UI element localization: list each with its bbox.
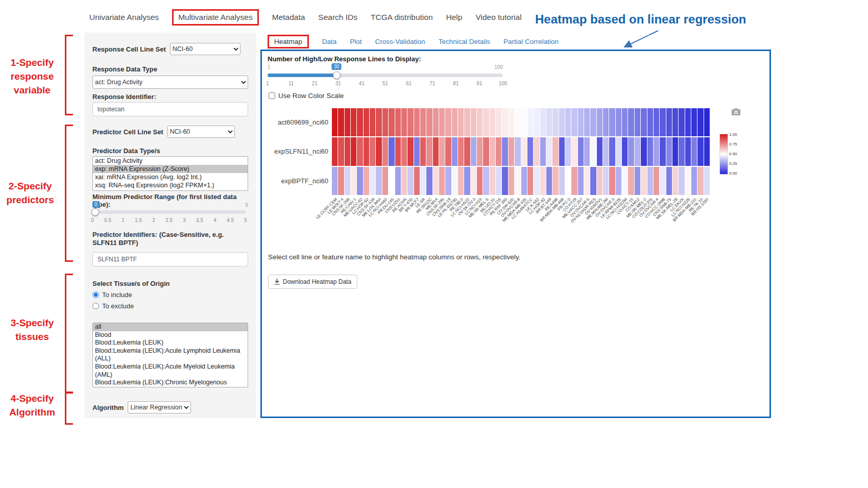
heatmap-cell[interactable] bbox=[578, 167, 584, 195]
nav-item-1[interactable]: Multivariate Analyses bbox=[172, 9, 259, 26]
heatmap-row-label[interactable]: act609699_nci60 bbox=[262, 118, 328, 126]
nav-item-4[interactable]: TCGA distribution bbox=[371, 13, 432, 22]
heatmap-cell[interactable] bbox=[389, 167, 394, 195]
row-color-scale-checkbox[interactable] bbox=[269, 92, 275, 99]
list-option[interactable]: Blood:Leukemia (LEUK):Acute Lymphoid Leu… bbox=[93, 347, 248, 363]
heatmap-cell[interactable] bbox=[559, 108, 565, 136]
heatmap-row-label[interactable]: expSLFN11_nci60 bbox=[262, 148, 328, 155]
list-option[interactable]: Blood:Leukemia (LEUK) bbox=[93, 339, 248, 347]
heatmap-cell[interactable] bbox=[395, 108, 401, 136]
heatmap-cell[interactable] bbox=[622, 108, 628, 136]
lines-slider[interactable]: 1 100 30 bbox=[268, 63, 503, 81]
heatmap-cell[interactable] bbox=[666, 137, 672, 165]
heatmap-cell[interactable] bbox=[477, 108, 483, 136]
heatmap-cell[interactable] bbox=[590, 108, 596, 136]
slider-track[interactable] bbox=[92, 210, 246, 214]
heatmap-cell[interactable] bbox=[628, 137, 634, 165]
slider-handle[interactable] bbox=[91, 208, 99, 216]
heatmap-cell[interactable] bbox=[622, 137, 628, 165]
heatmap-cell[interactable] bbox=[679, 108, 684, 136]
heatmap-cell[interactable] bbox=[546, 137, 552, 165]
heatmap-cell[interactable] bbox=[351, 137, 356, 165]
list-option[interactable]: xai: mRNA Expression (Avg. log2 Int.) bbox=[93, 173, 248, 181]
heatmap-cell[interactable] bbox=[439, 108, 445, 136]
heatmap-row-label[interactable]: expBPTF_nci60 bbox=[262, 177, 328, 185]
heatmap-cell[interactable] bbox=[635, 137, 640, 165]
heatmap-cell[interactable] bbox=[452, 137, 457, 165]
list-option[interactable]: Blood bbox=[93, 331, 248, 339]
heatmap-cell[interactable] bbox=[426, 167, 432, 195]
list-option[interactable]: xsq: RNA-seq Expression (log2 FPKM+1.) bbox=[93, 181, 248, 189]
heatmap-cell[interactable] bbox=[685, 167, 691, 195]
heatmap-cell[interactable] bbox=[609, 137, 615, 165]
heatmap-cell[interactable] bbox=[590, 137, 596, 165]
heatmap-cell[interactable] bbox=[546, 167, 552, 195]
heatmap-cell[interactable] bbox=[603, 108, 609, 136]
heatmap-cell[interactable] bbox=[445, 137, 451, 165]
heatmap-cell[interactable] bbox=[483, 167, 489, 195]
heatmap-cell[interactable] bbox=[464, 167, 470, 195]
heatmap-cell[interactable] bbox=[502, 137, 508, 165]
nav-item-3[interactable]: Search IDs bbox=[318, 13, 357, 22]
heatmap-cell[interactable] bbox=[685, 137, 691, 165]
heatmap-cell[interactable] bbox=[376, 137, 381, 165]
heatmap-cell[interactable] bbox=[490, 137, 495, 165]
heatmap-cell[interactable] bbox=[433, 108, 439, 136]
heatmap-cell[interactable] bbox=[540, 167, 546, 195]
heatmap-cell[interactable] bbox=[357, 108, 363, 136]
heatmap-cell[interactable] bbox=[382, 137, 388, 165]
heatmap-cell[interactable] bbox=[697, 108, 703, 136]
heatmap-cell[interactable] bbox=[477, 167, 483, 195]
heatmap-cell[interactable] bbox=[584, 167, 590, 195]
heatmap-cell[interactable] bbox=[647, 108, 653, 136]
heatmap-cell[interactable] bbox=[666, 108, 672, 136]
heatmap-cell[interactable] bbox=[641, 167, 646, 195]
response-cell-line-set-select[interactable]: NCI-60 bbox=[170, 43, 240, 55]
heatmap-cell[interactable] bbox=[534, 108, 539, 136]
heatmap-cell[interactable] bbox=[672, 137, 678, 165]
heatmap-cell[interactable] bbox=[697, 137, 703, 165]
heatmap-cell[interactable] bbox=[571, 137, 577, 165]
heatmap-cell[interactable] bbox=[603, 137, 609, 165]
heatmap-cell[interactable] bbox=[660, 167, 665, 195]
heatmap-cell[interactable] bbox=[628, 167, 634, 195]
heatmap-cell[interactable] bbox=[496, 167, 501, 195]
heatmap-cell[interactable] bbox=[351, 167, 356, 195]
tissue-include-radio[interactable] bbox=[92, 291, 99, 298]
heatmap-cell[interactable] bbox=[609, 108, 615, 136]
heatmap-cell[interactable] bbox=[483, 108, 489, 136]
heatmap-cell[interactable] bbox=[603, 167, 609, 195]
heatmap-cell[interactable] bbox=[515, 167, 520, 195]
heatmap-cell[interactable] bbox=[332, 137, 337, 165]
heatmap-cell[interactable] bbox=[364, 167, 369, 195]
heatmap-cell[interactable] bbox=[370, 137, 375, 165]
heatmap-cell[interactable] bbox=[502, 167, 508, 195]
response-identifier-input[interactable] bbox=[92, 102, 248, 116]
heatmap-cell[interactable] bbox=[565, 137, 571, 165]
heatmap-cell[interactable] bbox=[521, 108, 527, 136]
min-predictor-range-slider[interactable]: 0 5 bbox=[92, 201, 248, 216]
tab-partial-correlation[interactable]: Partial Correlation bbox=[503, 38, 559, 45]
nav-item-5[interactable]: Help bbox=[446, 13, 463, 22]
heatmap-cell[interactable] bbox=[496, 108, 501, 136]
list-option[interactable]: all bbox=[93, 323, 248, 331]
heatmap-cell[interactable] bbox=[654, 167, 659, 195]
heatmap-cell[interactable] bbox=[414, 167, 420, 195]
heatmap-cell[interactable] bbox=[609, 167, 615, 195]
heatmap-cell[interactable] bbox=[433, 167, 439, 195]
heatmap-cell[interactable] bbox=[590, 167, 596, 195]
heatmap-cell[interactable] bbox=[672, 108, 678, 136]
heatmap-cell[interactable] bbox=[407, 108, 413, 136]
heatmap-cell[interactable] bbox=[578, 108, 584, 136]
heatmap-cell[interactable] bbox=[420, 167, 426, 195]
heatmap-cell[interactable] bbox=[458, 137, 464, 165]
heatmap-cell[interactable] bbox=[464, 137, 470, 165]
heatmap-cell[interactable] bbox=[389, 108, 394, 136]
lines-slider-handle[interactable] bbox=[333, 71, 341, 79]
download-heatmap-button[interactable]: Download Heatmap Data bbox=[268, 275, 357, 289]
nav-item-2[interactable]: Metadata bbox=[272, 13, 305, 22]
heatmap-cell[interactable] bbox=[685, 108, 691, 136]
heatmap-cell[interactable] bbox=[704, 108, 710, 136]
heatmap-cell[interactable] bbox=[565, 108, 571, 136]
tab-cross-validation[interactable]: Cross-Validation bbox=[375, 38, 425, 45]
